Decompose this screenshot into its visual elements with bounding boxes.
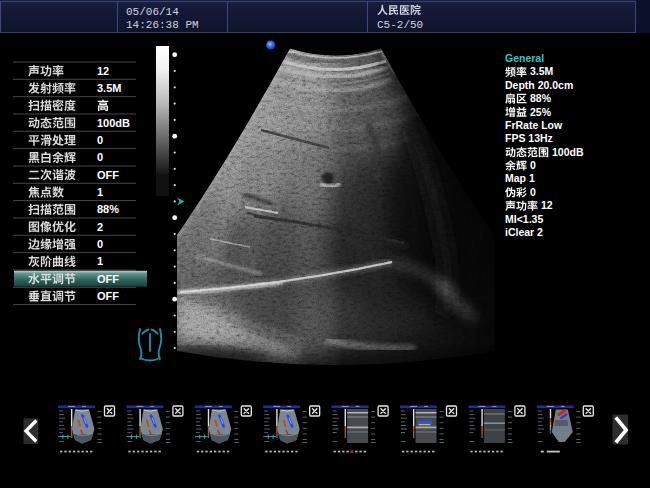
svg-text:General: General [505,52,544,64]
svg-text:0: 0 [530,159,536,171]
svg-text:2: 2 [97,221,103,233]
svg-text:MI<1.35: MI<1.35 [505,213,543,225]
svg-text:100dB: 100dB [552,146,584,158]
svg-text:OFF: OFF [97,290,119,302]
svg-text:1: 1 [97,186,103,198]
svg-text:FrRate Low: FrRate Low [505,119,563,131]
svg-text:Depth 20.0cm: Depth 20.0cm [505,79,573,91]
svg-text:0: 0 [530,186,536,198]
svg-text:OFF: OFF [97,169,119,181]
svg-text:12: 12 [97,65,109,77]
svg-text:iClear 2: iClear 2 [505,226,543,238]
svg-text:88%: 88% [97,203,119,215]
svg-text:3.5M: 3.5M [97,82,121,94]
svg-text:0: 0 [97,134,103,146]
svg-text:1: 1 [97,255,103,267]
svg-text:100dB: 100dB [97,117,130,129]
svg-text:88%: 88% [530,92,552,104]
svg-text:0: 0 [97,238,103,250]
svg-text:Map 1: Map 1 [505,172,535,184]
svg-text:FPS 13Hz: FPS 13Hz [505,132,553,144]
svg-text:C5-2/50: C5-2/50 [377,19,423,31]
svg-text:0: 0 [97,151,103,163]
svg-text:3.5M: 3.5M [530,65,554,77]
svg-text:05/06/14: 05/06/14 [126,6,179,18]
svg-text:14:26:38 PM: 14:26:38 PM [126,19,199,31]
svg-text:12: 12 [541,199,553,211]
svg-text:25%: 25% [530,106,552,118]
svg-text:OFF: OFF [97,273,119,285]
